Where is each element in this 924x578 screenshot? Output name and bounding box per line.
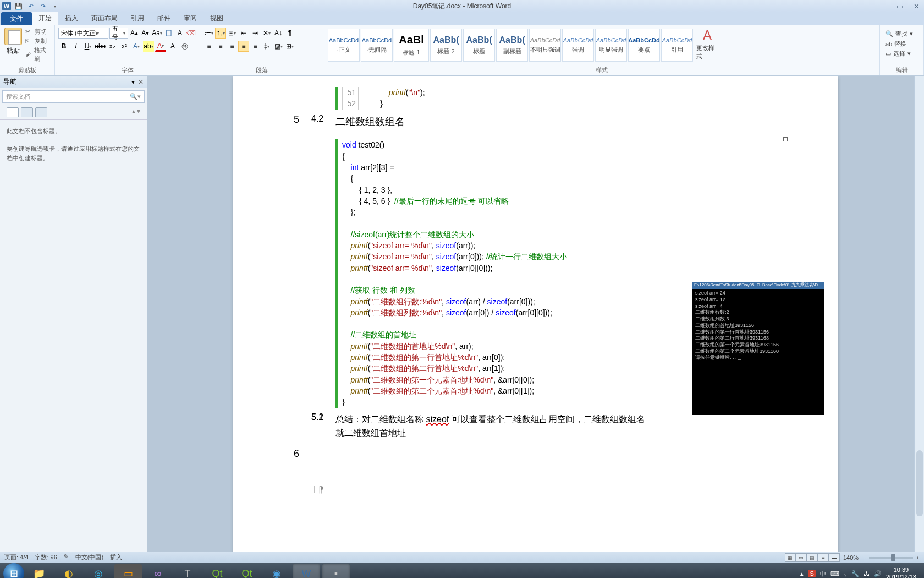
line-spacing-button[interactable]: ‡ xyxy=(261,41,272,52)
task-chrome[interactable]: ◐ xyxy=(55,564,82,578)
tab-insert[interactable]: 插入 xyxy=(58,12,85,25)
show-marks-button[interactable]: ¶ xyxy=(284,28,295,39)
scrollbar-thumb[interactable] xyxy=(916,450,923,516)
highlight-button[interactable]: ab xyxy=(143,41,154,52)
increase-indent-button[interactable]: ⇥ xyxy=(250,28,261,39)
close-button[interactable]: ✕ xyxy=(911,2,922,10)
undo-icon[interactable]: ↶ xyxy=(26,2,35,10)
enclose-char-button[interactable]: ㊕ xyxy=(179,41,190,52)
minimize-button[interactable]: ― xyxy=(878,2,889,10)
style-item-8[interactable]: AaBbCcDd明显强调 xyxy=(595,29,627,62)
multilevel-button[interactable]: ⊟ xyxy=(227,28,238,39)
font-size-combo[interactable]: 五号 xyxy=(109,28,128,39)
format-painter-button[interactable]: 🖌格式刷 xyxy=(25,46,51,63)
task-visualstudio[interactable]: ∞ xyxy=(144,564,172,578)
task-cmd[interactable]: ▪ xyxy=(322,564,350,578)
tab-layout[interactable]: 页面布局 xyxy=(85,12,124,25)
tab-home[interactable]: 开始 xyxy=(32,12,58,25)
view-full-read[interactable]: ▭ xyxy=(796,553,807,562)
justify-button[interactable]: ≡ xyxy=(238,41,249,52)
shading-button[interactable]: ▨ xyxy=(273,41,284,52)
view-outline[interactable]: ≡ xyxy=(818,553,829,562)
nav-close-button[interactable]: ✕ xyxy=(138,78,144,86)
style-item-7[interactable]: AaBbCcDd强调 xyxy=(562,29,594,62)
document-scroll[interactable]: 51 printf("\n"); 52 } 4.2 5 二维数组数组名 void… xyxy=(147,76,924,552)
tray-punct-icon[interactable]: ·, xyxy=(844,570,847,577)
document-page[interactable]: 51 printf("\n"); 52 } 4.2 5 二维数组数组名 void… xyxy=(233,76,838,552)
task-explorer[interactable]: 📁 xyxy=(25,564,53,578)
tab-review[interactable]: 审阅 xyxy=(177,12,204,25)
task-sublime[interactable]: ▭ xyxy=(114,564,142,578)
resize-handle-icon[interactable] xyxy=(783,137,788,141)
nav-tab-headings[interactable] xyxy=(7,107,19,117)
align-right-button[interactable]: ≡ xyxy=(227,41,238,52)
task-qt2[interactable]: Qt xyxy=(233,564,261,578)
style-item-9[interactable]: AaBbCcDd要点 xyxy=(628,29,660,62)
tab-view[interactable]: 视图 xyxy=(204,12,230,25)
qat-customize-icon[interactable] xyxy=(51,2,59,10)
view-draft[interactable]: ▬ xyxy=(829,553,840,562)
style-item-2[interactable]: AaBl标题 1 xyxy=(394,29,429,62)
tray-keyboard-icon[interactable]: ⌨ xyxy=(831,570,839,577)
tab-mailings[interactable]: 邮件 xyxy=(151,12,177,25)
zoom-out-button[interactable]: − xyxy=(862,554,865,561)
tray-volume-icon[interactable]: 🔊 xyxy=(874,570,882,577)
decrease-indent-button[interactable]: ⇤ xyxy=(238,28,249,39)
sort-button[interactable]: A↓ xyxy=(273,28,284,39)
distribute-button[interactable]: ≡ xyxy=(250,41,261,52)
nav-tab-pages[interactable] xyxy=(21,107,33,117)
zoom-thumb[interactable] xyxy=(891,554,895,561)
status-page[interactable]: 页面: 4/4 xyxy=(4,553,28,561)
start-button[interactable]: ⊞ xyxy=(3,563,24,578)
underline-button[interactable]: U xyxy=(82,41,94,52)
view-print-layout[interactable]: ▦ xyxy=(785,553,796,562)
phonetic-button[interactable]: 囗 xyxy=(163,28,173,39)
cut-button[interactable]: ✂剪切 xyxy=(25,28,51,36)
style-item-6[interactable]: AaBbCcDd不明显强调 xyxy=(529,29,561,62)
italic-button[interactable]: I xyxy=(70,41,81,52)
style-item-5[interactable]: AaBb(副标题 xyxy=(496,29,528,62)
task-word[interactable]: W xyxy=(293,564,320,578)
asian-layout-button[interactable]: ✕ xyxy=(261,28,272,39)
status-mode[interactable]: 插入 xyxy=(110,553,122,561)
char-border-button[interactable]: A xyxy=(175,28,185,39)
task-qt1[interactable]: Qt xyxy=(204,564,231,578)
nav-tab-arrows[interactable]: ▴ ▾ xyxy=(132,107,140,117)
borders-button[interactable]: ⊞ xyxy=(284,41,295,52)
style-item-3[interactable]: AaBb(标题 2 xyxy=(430,29,462,62)
tray-up-icon[interactable]: ▴ xyxy=(800,570,804,577)
char-shading-button[interactable]: A xyxy=(167,41,178,52)
save-icon[interactable]: 💾 xyxy=(14,2,23,10)
style-item-10[interactable]: AaBbCcDd引用 xyxy=(661,29,693,62)
superscript-button[interactable]: x² xyxy=(119,41,130,52)
numbering-button[interactable]: ⒈ xyxy=(215,28,226,39)
status-lang[interactable]: 中文(中国) xyxy=(75,553,103,561)
tray-clock[interactable]: 10:39 2019/12/13 xyxy=(886,566,921,578)
tray-tool-icon[interactable]: 🔧 xyxy=(851,570,859,577)
text-effects-button[interactable]: A xyxy=(131,41,142,52)
style-item-0[interactable]: AaBbCcDd·正文 xyxy=(328,29,360,62)
status-proof-icon[interactable]: ✎ xyxy=(64,553,69,561)
style-item-4[interactable]: AaBb(标题 xyxy=(463,29,495,62)
zoom-in-button[interactable]: + xyxy=(916,554,920,561)
tab-references[interactable]: 引用 xyxy=(124,12,151,25)
font-color-button[interactable]: A xyxy=(155,41,166,52)
align-left-button[interactable]: ≡ xyxy=(204,41,215,52)
task-notepad[interactable]: T xyxy=(174,564,201,578)
select-button[interactable]: ▭选择 ▾ xyxy=(886,50,918,58)
replace-button[interactable]: ab替换 xyxy=(886,40,918,48)
nav-search-input[interactable]: 搜索文档 🔍▾ xyxy=(2,90,145,103)
tray-sogou-icon[interactable]: S xyxy=(808,570,815,577)
change-case-button[interactable]: Aa xyxy=(151,28,162,39)
style-item-1[interactable]: AaBbCcDd·无间隔 xyxy=(361,29,393,62)
vertical-scrollbar[interactable] xyxy=(914,76,924,552)
zoom-slider[interactable] xyxy=(869,557,913,559)
view-web[interactable]: ▤ xyxy=(807,553,818,562)
shrink-font-button[interactable]: A▾ xyxy=(140,28,150,39)
grow-font-button[interactable]: A▴ xyxy=(129,28,139,39)
nav-dropdown-icon[interactable]: ▾ xyxy=(131,78,135,86)
restore-button[interactable]: ▭ xyxy=(894,2,905,10)
find-button[interactable]: 🔍查找 ▾ xyxy=(886,30,918,38)
copy-button[interactable]: ⎘复制 xyxy=(25,37,51,45)
file-tab[interactable]: 文件 xyxy=(1,12,32,25)
